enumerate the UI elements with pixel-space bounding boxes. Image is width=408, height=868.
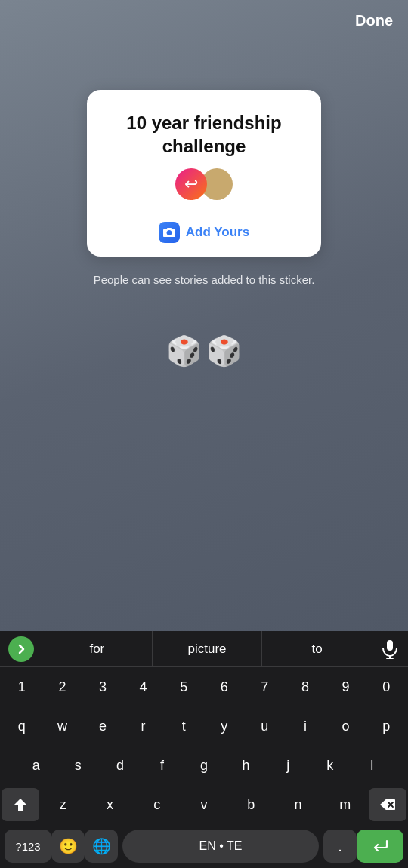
lang-pill[interactable]: EN • TE xyxy=(122,830,319,863)
key-d[interactable]: d xyxy=(100,749,140,782)
suggestions-row: for picture to xyxy=(0,631,408,667)
shift-key[interactable] xyxy=(2,788,39,821)
key-t[interactable]: t xyxy=(165,709,202,743)
avatar-1: ↩ xyxy=(175,168,207,200)
dice-icon-2: 🎲 xyxy=(206,334,242,368)
key-n[interactable]: n xyxy=(276,788,320,821)
key-e[interactable]: e xyxy=(84,709,122,743)
key-a[interactable]: a xyxy=(17,749,56,782)
key-o[interactable]: o xyxy=(327,709,365,743)
key-f[interactable]: f xyxy=(143,749,182,782)
key-x[interactable]: x xyxy=(88,788,131,821)
key-0[interactable]: 0 xyxy=(367,670,405,703)
key-p[interactable]: p xyxy=(367,709,405,743)
arrow-circle xyxy=(8,636,34,662)
key-3[interactable]: 3 xyxy=(84,670,122,703)
key-q[interactable]: q xyxy=(3,709,41,743)
keyboard: for picture to 1 2 3 4 5 6 7 8 9 0 q w e… xyxy=(0,631,408,868)
key-9[interactable]: 9 xyxy=(327,670,365,703)
key-g[interactable]: g xyxy=(184,749,224,782)
key-z[interactable]: z xyxy=(41,788,85,821)
svg-rect-0 xyxy=(387,640,393,651)
suggest-arrow[interactable] xyxy=(0,631,42,667)
card-title: 10 year friendship challenge xyxy=(105,111,303,158)
globe-button[interactable]: 🌐 xyxy=(85,830,118,863)
key-v[interactable]: v xyxy=(182,788,226,821)
number-row: 1 2 3 4 5 6 7 8 9 0 xyxy=(0,667,408,706)
key-1[interactable]: 1 xyxy=(3,670,41,703)
key-u[interactable]: u xyxy=(246,709,284,743)
key-b[interactable]: b xyxy=(229,788,273,821)
top-bar: Done xyxy=(0,0,408,29)
backspace-key[interactable] xyxy=(369,788,406,821)
num-switch-button[interactable]: ?123 xyxy=(5,830,51,863)
suggest-to[interactable]: to xyxy=(262,631,372,666)
done-button[interactable]: Done xyxy=(355,12,393,29)
dice-icon-1: 🎲 xyxy=(166,334,202,368)
key-4[interactable]: 4 xyxy=(125,670,162,703)
enter-key[interactable] xyxy=(357,830,403,863)
keyboard-bottom-row: ?123 🙂 🌐 EN • TE . xyxy=(0,824,408,868)
card-avatars: ↩ xyxy=(175,168,233,200)
add-yours-button[interactable]: Add Yours xyxy=(159,222,249,243)
asdf-row: a s d f g h j k l xyxy=(0,746,408,785)
key-k[interactable]: k xyxy=(311,749,350,782)
key-s[interactable]: s xyxy=(59,749,98,782)
key-j[interactable]: j xyxy=(268,749,308,782)
key-5[interactable]: 5 xyxy=(165,670,202,703)
key-y[interactable]: y xyxy=(206,709,243,743)
dice-area: 🎲 🎲 xyxy=(166,334,242,368)
mic-button[interactable] xyxy=(372,631,408,667)
subtitle-text: People can see stories added to this sti… xyxy=(71,272,338,289)
suggest-picture[interactable]: picture xyxy=(153,631,263,666)
sticker-card: 10 year friendship challenge ↩ Add Yours xyxy=(87,90,321,257)
card-divider xyxy=(105,211,303,211)
key-2[interactable]: 2 xyxy=(44,670,82,703)
suggest-for[interactable]: for xyxy=(42,631,153,666)
key-l[interactable]: l xyxy=(353,749,392,782)
key-m[interactable]: m xyxy=(323,788,367,821)
qwerty-row: q w e r t y u i o p xyxy=(0,706,408,746)
key-r[interactable]: r xyxy=(125,709,162,743)
key-6[interactable]: 6 xyxy=(206,670,243,703)
key-w[interactable]: w xyxy=(44,709,82,743)
key-h[interactable]: h xyxy=(227,749,266,782)
key-8[interactable]: 8 xyxy=(286,670,324,703)
key-7[interactable]: 7 xyxy=(246,670,284,703)
add-yours-label: Add Yours xyxy=(186,225,249,240)
suggest-words: for picture to xyxy=(42,631,372,666)
emoji-button[interactable]: 🙂 xyxy=(51,830,85,863)
key-c[interactable]: c xyxy=(135,788,179,821)
period-key[interactable]: . xyxy=(323,830,357,863)
key-i[interactable]: i xyxy=(286,709,324,743)
content-area: 10 year friendship challenge ↩ Add Yours… xyxy=(0,29,408,368)
zxcv-row: z x c v b n m xyxy=(0,785,408,824)
camera-icon xyxy=(159,222,180,243)
